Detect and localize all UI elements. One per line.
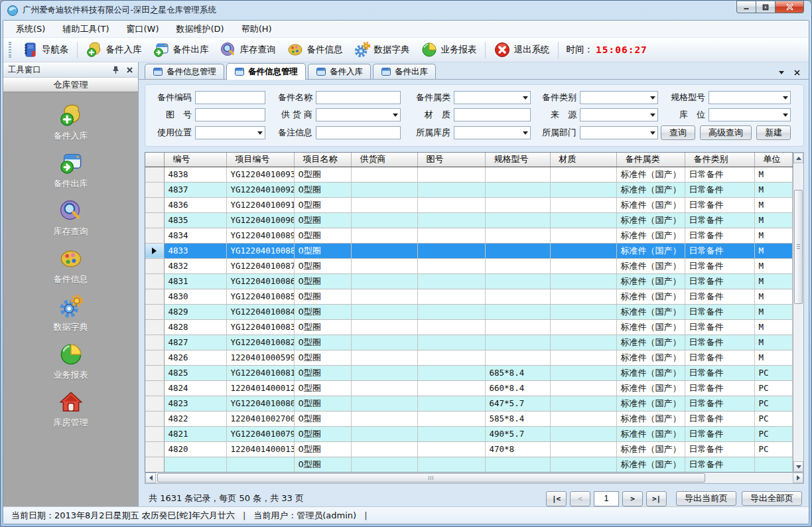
column-header-5[interactable]: 规格型号: [485, 153, 550, 167]
column-header-0[interactable]: 编号: [164, 153, 226, 167]
next-page-button[interactable]: >: [622, 491, 643, 506]
table-row[interactable]: 0型圈标准件（国产）日常备件: [145, 457, 793, 472]
spec-model-select[interactable]: [709, 91, 791, 104]
maximize-button[interactable]: [756, 1, 776, 13]
sidebar-item-parts-outbound[interactable]: 备件出库: [54, 151, 88, 190]
export-current-page-button[interactable]: 导出当前页: [676, 491, 736, 506]
scroll-right-button[interactable]: [793, 473, 803, 483]
sidebar-item-parts-info[interactable]: 备件信息: [54, 246, 88, 285]
page-number-input[interactable]: [594, 491, 619, 506]
material-input[interactable]: [454, 108, 531, 121]
table-row[interactable]: 482612204010005990型圈标准件（国产）日常备件M: [145, 350, 793, 365]
first-page-button[interactable]: |<: [546, 491, 567, 506]
sidebar-close-icon[interactable]: [126, 66, 133, 74]
menu-item-window[interactable]: 窗口(W): [118, 21, 168, 38]
menu-item-data-maintenance[interactable]: 数据维护(D): [168, 21, 233, 38]
query-button[interactable]: 查询: [661, 125, 695, 140]
sidebar-item-warehouse-mgmt[interactable]: 库房管理: [54, 390, 88, 429]
table-row[interactable]: 482012204014000130型圈470*8标准件（国产）日常备件PC: [145, 441, 793, 457]
sidebar-item-data-dictionary[interactable]: 数据字典: [54, 294, 88, 333]
source-select[interactable]: [580, 108, 658, 121]
row-selector-cell[interactable]: [145, 167, 164, 182]
vertical-scrollbar[interactable]: [793, 152, 804, 473]
row-selector-cell[interactable]: [145, 289, 164, 304]
row-selector-cell[interactable]: [145, 441, 164, 457]
toolbar-button-parts-info[interactable]: 备件信息: [281, 39, 348, 60]
sidebar-item-business-report[interactable]: 业务报表: [54, 342, 88, 381]
row-selector-cell[interactable]: [145, 380, 164, 396]
department-select[interactable]: [580, 126, 658, 139]
table-row[interactable]: 4837YG122040100920型圈标准件（国产）日常备件M: [145, 182, 793, 197]
table-row[interactable]: 4836YG122040100910型圈标准件（国产）日常备件M: [145, 197, 793, 212]
table-row[interactable]: 4838YG122040100930型圈标准件（国产）日常备件M: [145, 167, 793, 182]
pin-icon[interactable]: [111, 66, 120, 74]
toolbar-button-data-dictionary[interactable]: 数据字典: [348, 39, 415, 60]
table-row[interactable]: 4832YG122040100870型圈标准件（国产）日常备件M: [145, 258, 793, 273]
row-selector-cell[interactable]: [145, 182, 164, 197]
minimize-button[interactable]: [736, 1, 756, 13]
row-selector-cell[interactable]: [145, 228, 164, 243]
toolbar-button-exit-system[interactable]: 退出系统: [488, 39, 555, 60]
column-header-6[interactable]: 材质: [550, 153, 616, 167]
column-header-1[interactable]: 项目编号: [226, 153, 294, 167]
close-button[interactable]: [775, 1, 804, 13]
scroll-down-button[interactable]: [793, 461, 803, 472]
table-row[interactable]: 4827YG122040100820型圈标准件（国产）日常备件M: [145, 335, 793, 350]
warehouse-select[interactable]: [454, 126, 531, 139]
tab-parts-info-mgmt-1[interactable]: 备件信息管理: [145, 64, 224, 79]
table-row[interactable]: 4823YG122040100800型圈647*5.7标准件（国产）日常备件PC: [145, 396, 793, 411]
tab-parts-outbound[interactable]: 备件出库: [373, 64, 436, 79]
last-page-button[interactable]: >|: [646, 491, 667, 506]
column-header-4[interactable]: 图号: [417, 153, 485, 167]
sidebar-item-parts-inbound[interactable]: 备件入库: [54, 103, 88, 142]
table-row[interactable]: 4821YG122040100790型圈490*5.7标准件（国产）日常备件PC: [145, 426, 793, 441]
drawing-no-input[interactable]: [195, 108, 265, 121]
tab-list-dropdown-icon[interactable]: [779, 71, 784, 74]
part-name-input[interactable]: [316, 91, 401, 104]
remark-input[interactable]: [316, 126, 401, 139]
toolbar-button-business-report[interactable]: 业务报表: [415, 39, 482, 60]
tab-close-icon[interactable]: [793, 66, 801, 79]
row-selector-cell[interactable]: [145, 396, 164, 411]
row-selector-cell[interactable]: [145, 212, 164, 228]
table-row[interactable]: 4829YG122040100840型圈标准件（国产）日常备件M: [145, 304, 793, 319]
new-button[interactable]: 新建: [756, 125, 791, 140]
menu-item-help[interactable]: 帮助(H): [233, 21, 281, 38]
toolbar-button-parts-outbound[interactable]: 备件出库: [147, 39, 214, 60]
part-category-select[interactable]: [454, 91, 531, 104]
row-selector-cell[interactable]: [145, 258, 164, 273]
export-all-pages-button[interactable]: 导出全部页: [742, 491, 802, 506]
toolbar-button-navigator[interactable]: 导航条: [16, 39, 74, 60]
row-selector-cell[interactable]: [145, 457, 164, 472]
column-header-3[interactable]: 供货商: [351, 153, 417, 167]
row-selector-cell[interactable]: [145, 365, 164, 380]
column-header-2[interactable]: 项目名称: [294, 153, 351, 167]
tab-parts-info-mgmt-2[interactable]: 备件信息管理: [226, 63, 306, 80]
row-selector-cell[interactable]: [145, 350, 164, 365]
part-code-input[interactable]: [195, 91, 265, 104]
supplier-select[interactable]: [316, 108, 401, 121]
table-row[interactable]: 482412204014000120型圈660*8.4标准件（国产）日常备件PC: [145, 380, 793, 396]
advanced-query-button[interactable]: 高级查询: [700, 125, 752, 140]
row-selector-cell[interactable]: [145, 319, 164, 335]
column-header-8[interactable]: 备件类别: [685, 153, 754, 167]
tab-parts-inbound[interactable]: 备件入库: [308, 64, 371, 79]
row-selector-cell[interactable]: [145, 304, 164, 319]
row-selector-cell[interactable]: [145, 411, 164, 426]
location-select[interactable]: [709, 108, 791, 121]
scroll-up-button[interactable]: [793, 153, 803, 163]
column-header-7[interactable]: 备件属类: [616, 153, 685, 167]
table-row[interactable]: 4831YG122040100860型圈标准件（国产）日常备件M: [145, 273, 793, 289]
horizontal-scrollbar[interactable]: [145, 473, 804, 484]
column-header-9[interactable]: 单位: [754, 153, 793, 167]
table-row[interactable]: 4830YG122040100850型圈标准件（国产）日常备件M: [145, 289, 793, 304]
row-selector-cell[interactable]: [145, 335, 164, 350]
toolbar-button-parts-inbound[interactable]: 备件入库: [80, 39, 147, 60]
table-row[interactable]: 4833YG122040100880型圈标准件（国产）日常备件M: [145, 243, 793, 258]
table-row[interactable]: 4835YG122040100900型圈标准件（国产）日常备件M: [145, 212, 793, 228]
table-row[interactable]: 4825YG122040100810型圈685*8.4标准件（国产）日常备件PC: [145, 365, 793, 380]
row-selector-cell[interactable]: [145, 197, 164, 212]
menu-item-aux-tools[interactable]: 辅助工具(T): [54, 21, 117, 38]
horizontal-scroll-track[interactable]: [156, 473, 793, 483]
use-position-select[interactable]: [195, 126, 265, 139]
